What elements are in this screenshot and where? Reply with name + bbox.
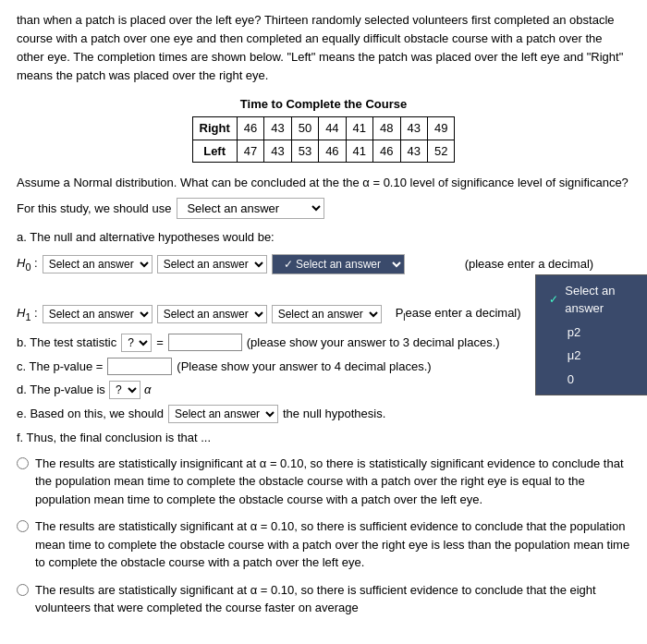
- radio-1-input[interactable]: [17, 457, 29, 469]
- part-e-row: e. Based on this, we should Select an an…: [17, 405, 630, 423]
- radio-1-text: The results are statistically insignific…: [35, 455, 630, 509]
- h0-row: H0 : Select an answer μdμ1μ2p1p2 Select …: [17, 254, 630, 274]
- popup-item-p2[interactable]: p2: [536, 321, 647, 345]
- h1-select3[interactable]: Select an answer μdμ1μ2p1p20: [272, 305, 382, 323]
- study-row: For this study, we should use Select an …: [17, 198, 630, 219]
- part-f-label: f. Thus, the final conclusion is that ..…: [17, 429, 630, 447]
- h0-decimal-hint: (please enter a decimal): [465, 255, 593, 273]
- radio-3-text: The results are statistically significan…: [35, 581, 630, 617]
- part-b-select[interactable]: ?tz: [121, 334, 152, 352]
- study-select[interactable]: Select an answer paired t-test two-sampl…: [177, 198, 324, 219]
- part-b-input[interactable]: [168, 334, 242, 351]
- section-a-label: a. The null and alternative hypotheses w…: [17, 228, 630, 247]
- popup-item-mu2-label: μ2: [568, 346, 581, 365]
- part-c-label: c. The p-value =: [17, 358, 103, 376]
- part-b-label: b. The test statistic: [17, 334, 116, 352]
- radio-2-input[interactable]: [17, 520, 29, 532]
- part-b-hint: (please show your answer to 3 decimal pl…: [247, 334, 500, 352]
- h1-label: H1 :: [17, 304, 38, 324]
- intro-text: than when a patch is placed over the lef…: [17, 11, 630, 86]
- table-row-left: Left 4743534641464352: [192, 140, 455, 163]
- h1-select1[interactable]: Select an answer μdμ1μ2p1p2: [43, 305, 153, 323]
- part-c-hint: (Please show your answer to 4 decimal pl…: [177, 358, 431, 376]
- radio-3-input[interactable]: [17, 584, 29, 596]
- h0-dropdown-popup[interactable]: ✓ Select an answer p2 μ2 0: [535, 274, 647, 396]
- h0-select1[interactable]: Select an answer μdμ1μ2p1p2: [43, 255, 153, 273]
- data-table: Right 4643504441484349 Left 474353464146…: [192, 116, 456, 163]
- h0-label: H0 :: [17, 254, 38, 274]
- table-title: Time to Complete the Course: [17, 95, 630, 114]
- radio-option-3: The results are statistically significan…: [17, 581, 630, 617]
- radio-2-text: The results are statistically significan…: [35, 517, 630, 572]
- part-d-select[interactable]: ?<>=: [109, 381, 140, 399]
- part-c-input[interactable]: [107, 358, 172, 375]
- h0-select2[interactable]: Select an answer =≠<>: [157, 255, 267, 273]
- part-d-label: d. The p-value is: [17, 381, 105, 399]
- part-d-alpha: α: [144, 381, 151, 399]
- popup-item-p2-label: p2: [568, 323, 580, 342]
- table-row-right: Right 4643504441484349: [192, 117, 455, 140]
- part-b-equals: =: [156, 334, 164, 352]
- popup-item-select[interactable]: ✓ Select an answer: [536, 279, 647, 321]
- popup-item-select-label: Select an answer: [565, 282, 641, 318]
- table-section: Time to Complete the Course Right 464350…: [17, 95, 630, 164]
- assumption-text: Assume a Normal distribution. What can b…: [17, 174, 630, 192]
- part-e-label: e. Based on this, we should: [17, 405, 164, 423]
- radio-option-2: The results are statistically significan…: [17, 517, 630, 572]
- popup-item-mu2[interactable]: μ2: [536, 344, 647, 368]
- h0-select3[interactable]: ✓ Select an answer: [272, 254, 405, 274]
- study-label: For this study, we should use: [17, 200, 171, 218]
- part-e-suffix: the null hypothesis.: [283, 405, 385, 423]
- popup-item-zero[interactable]: 0: [536, 368, 647, 392]
- h1-select2[interactable]: Select an answer =≠<>: [157, 305, 267, 323]
- part-e-select[interactable]: Select an answer reject fail to reject a…: [168, 405, 278, 423]
- h1-decimal-hint: Please enter a decimal): [396, 304, 521, 324]
- popup-item-zero-label: 0: [568, 371, 574, 389]
- radio-option-1: The results are statistically insignific…: [17, 455, 630, 509]
